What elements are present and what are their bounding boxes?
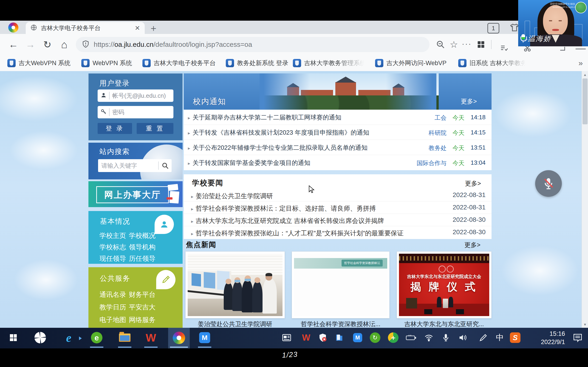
bookmark-item[interactable]: 吉林大学教务管理系统 xyxy=(293,58,366,68)
news-row[interactable]: 吉林大学东北与东北亚研究院成立 吉林省省长韩俊出席会议并揭牌2022-08-30 xyxy=(184,214,492,226)
news-row[interactable]: 哲学社会科学资深教授张屹山：“人才工程”是“文科振兴计划”的最重要保证2022-… xyxy=(184,226,492,239)
bookmark-item[interactable]: 吉大外网访问-WebVP xyxy=(375,58,447,68)
focus-card-ceremony[interactable]: 吉林大学东北与东北亚研究院成立大会 揭 牌 仪 式 xyxy=(397,251,492,318)
focus-card-lecture[interactable]: 哲学社会科学资深教授林沄 xyxy=(292,251,389,318)
notice-row[interactable]: 关于公布2022年辅修学士学位专业第二批拟录取人员名单的通知 教务处 今天 13… xyxy=(184,140,492,155)
bookmark-item[interactable]: 教务处新系统 登录 xyxy=(226,58,288,68)
reading-list-icon[interactable] xyxy=(498,42,510,55)
antivirus-tray-icon[interactable]: ＋ xyxy=(387,331,400,344)
tab-close-icon[interactable]: ✕ xyxy=(135,24,140,32)
link-calendar[interactable]: 教学日历 xyxy=(99,303,126,312)
notices-more-link[interactable]: 更多> xyxy=(461,97,477,106)
account-input[interactable] xyxy=(112,92,171,100)
link-network[interactable]: 网络服务 xyxy=(129,315,156,325)
new-tab-button[interactable]: ＋ xyxy=(148,23,159,33)
bookmark-item[interactable]: WebVPN 系统 xyxy=(81,58,132,68)
site-search-box[interactable] xyxy=(98,159,172,172)
pen-tray-icon[interactable] xyxy=(477,331,490,344)
chrome-browser-icon[interactable] xyxy=(173,332,185,344)
account-field[interactable] xyxy=(98,90,173,102)
file-explorer-icon[interactable] xyxy=(118,331,131,344)
link-school-logo[interactable]: 学校标志 xyxy=(99,243,126,252)
news-reader-tray-icon[interactable] xyxy=(280,331,293,344)
url-bar[interactable]: https://oa.jlu.edu.cn/defaultroot/login.… xyxy=(76,37,430,52)
apps-grid-icon[interactable] xyxy=(475,38,487,51)
page-info-shield-icon[interactable] xyxy=(82,40,90,49)
browser-tab[interactable]: 吉林大学电子校务平台 ✕ xyxy=(26,22,145,34)
scroll-down-icon[interactable]: ▼ xyxy=(582,321,588,328)
wifi-tray-icon[interactable] xyxy=(422,331,435,344)
wps-tray-icon[interactable]: W xyxy=(300,331,313,344)
meeting-tray-icon[interactable]: M xyxy=(351,331,364,344)
start-button[interactable] xyxy=(7,331,20,344)
scroll-up-icon[interactable]: ▲ xyxy=(582,71,588,78)
link-safe-jlu[interactable]: 平安吉大 xyxy=(129,303,156,312)
link-leadership[interactable]: 领导机构 xyxy=(129,243,156,252)
forward-icon[interactable]: → xyxy=(24,38,37,51)
focus-card-corridor[interactable] xyxy=(185,251,285,318)
news-row[interactable]: 哲学社会科学资深教授林沄：定目标、选好苗、请良师、勇拼搏2022-08-31 xyxy=(184,201,492,214)
bookmark-favicon xyxy=(458,59,467,67)
login-title: 用户登录 xyxy=(99,78,130,88)
link-current-leaders[interactable]: 现任领导 xyxy=(99,254,126,263)
news-more-link[interactable]: 更多> xyxy=(465,179,481,188)
focus-more-link[interactable]: 更多> xyxy=(464,241,481,249)
tab-counter[interactable]: 1 xyxy=(487,23,499,33)
bookmark-item[interactable]: 旧系统 吉林大学教务 xyxy=(458,58,527,68)
internet-explorer-icon[interactable]: e xyxy=(62,331,75,344)
search-magnifier-icon[interactable] xyxy=(159,159,172,172)
reset-button[interactable]: 重 置 xyxy=(137,123,173,134)
link-e-map[interactable]: 电子地图 xyxy=(99,315,126,325)
ime-chinese-tray-icon[interactable]: 中 xyxy=(493,331,506,344)
login-button[interactable]: 登 录 xyxy=(98,123,132,134)
security-alert-tray-icon[interactable] xyxy=(316,331,329,344)
browser-logo-icon[interactable] xyxy=(8,23,18,33)
link-directory[interactable]: 通讯名录 xyxy=(99,290,126,299)
bookmarks-overflow-chevron[interactable]: » xyxy=(576,58,586,68)
files-tray-icon[interactable] xyxy=(333,331,346,344)
reload-icon[interactable]: ↻ xyxy=(41,38,54,51)
speaker-tray-icon[interactable] xyxy=(456,331,469,344)
back-icon[interactable]: ← xyxy=(7,38,20,51)
online-hall-banner[interactable]: 网上办事大厅 xyxy=(88,181,183,207)
search-pinwheel-icon[interactable] xyxy=(34,331,47,344)
notice-row[interactable]: 关于延期举办吉林大学第二十二届教职工网球赛的通知 工会 今天 14:18 xyxy=(184,110,492,125)
focus-caption[interactable]: 姜治莹赴公共卫生学院调研 xyxy=(185,320,285,328)
scrollbar-thumb[interactable] xyxy=(582,78,588,124)
battery-tray-icon[interactable] xyxy=(405,331,418,344)
link-school-home[interactable]: 学校主页 xyxy=(99,231,126,240)
update-tray-icon[interactable]: ↻ xyxy=(368,331,382,344)
browser-toolbar: ← → ↻ ⌂ https://oa.jlu.edu.cn/defaultroo… xyxy=(0,34,588,55)
link-past-leaders[interactable]: 历任领导 xyxy=(129,254,156,263)
microphone-tray-icon[interactable] xyxy=(439,331,452,344)
browser-360-icon[interactable]: e xyxy=(90,331,103,344)
mic-muted-button[interactable] xyxy=(535,170,562,197)
notice-row[interactable]: 关于转发《吉林省科技发展计划2023 年度项目申报指南》的通知 科研院 今天 1… xyxy=(184,125,492,140)
home-icon[interactable]: ⌂ xyxy=(58,38,71,51)
vertical-scrollbar[interactable]: ▲ ▼ xyxy=(582,71,588,328)
notice-row[interactable]: 关于转发国家留学基金委奖学金项目的通知 国际合作与 今天 13:04 xyxy=(184,155,492,170)
site-search-input[interactable] xyxy=(98,162,158,169)
taskbar-clock[interactable]: 15:16 2022/9/1 xyxy=(526,330,565,346)
bookmark-item[interactable]: 吉林大学电子校务平台 xyxy=(142,58,216,68)
wps-office-icon[interactable]: W xyxy=(144,331,157,344)
news-row[interactable]: 姜治莹赴公共卫生学院调研2022-08-31 xyxy=(184,189,492,201)
running-indicator xyxy=(170,347,188,348)
focus-caption[interactable]: 哲学社会科学资深教授林沄... xyxy=(292,320,389,328)
link-finance[interactable]: 财务平台 xyxy=(129,290,156,299)
news-panel: 学校要闻 更多> 姜治莹赴公共卫生学院调研2022-08-31 哲学社会科学资深… xyxy=(184,174,492,239)
link-school-overview[interactable]: 学校概况 xyxy=(129,231,156,240)
public-service-title: 公共服务 xyxy=(100,274,130,283)
password-field[interactable] xyxy=(98,106,173,118)
bookmark-item[interactable]: 吉大WebVPN 系统 xyxy=(7,58,70,68)
meeting-app-icon[interactable]: M xyxy=(198,331,211,344)
sogou-tray-icon[interactable]: S xyxy=(509,331,522,344)
focus-caption[interactable]: 吉林大学东北与东北亚研究... xyxy=(397,320,492,328)
action-center-icon[interactable] xyxy=(571,331,584,344)
zoom-out-icon[interactable] xyxy=(434,38,447,51)
bookmark-star-icon[interactable]: ☆ xyxy=(447,38,460,51)
tab-title: 吉林大学电子校务平台 xyxy=(41,24,135,32)
password-input[interactable] xyxy=(112,108,171,116)
more-menu-icon[interactable]: ··· xyxy=(460,37,473,50)
participant-eye xyxy=(549,20,552,21)
